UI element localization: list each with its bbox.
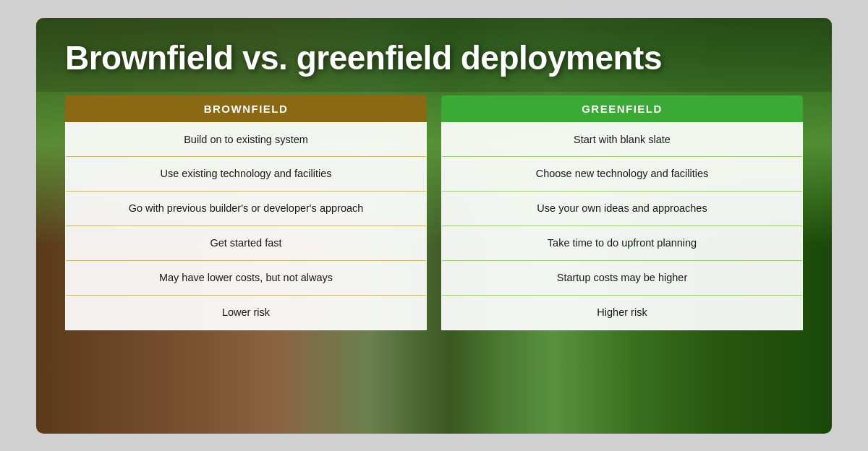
greenfield-row-4: Take time to do upfront planning [442, 226, 802, 261]
greenfield-column: GREENFIELD Start with blank slate Choose… [441, 95, 803, 330]
brownfield-row-4: Get started fast [66, 226, 426, 261]
greenfield-row-2: Choose new technology and facilities [442, 157, 802, 192]
brownfield-row-1: Build on to existing system [66, 123, 426, 158]
greenfield-row-1: Start with blank slate [442, 123, 802, 158]
greenfield-header: GREENFIELD [441, 95, 803, 122]
brownfield-row-3: Go with previous builder's or developer'… [66, 192, 426, 226]
brownfield-column: BROWNFIELD Build on to existing system U… [65, 95, 427, 330]
brownfield-header: BROWNFIELD [65, 95, 427, 122]
greenfield-table: Start with blank slate Choose new techno… [441, 122, 803, 330]
main-card: Brownfield vs. greenfield deployments BR… [36, 18, 832, 434]
brownfield-row-5: May have lower costs, but not always [66, 261, 426, 296]
brownfield-row-2: Use existing technology and facilities [66, 157, 426, 192]
outer-container: Brownfield vs. greenfield deployments BR… [0, 0, 868, 451]
greenfield-row-3: Use your own ideas and approaches [442, 192, 802, 226]
brownfield-row-6: Lower risk [66, 296, 426, 330]
greenfield-row-6: Higher risk [442, 296, 802, 330]
greenfield-row-5: Startup costs may be higher [442, 261, 802, 296]
main-content: Brownfield vs. greenfield deployments BR… [36, 18, 832, 411]
main-title: Brownfield vs. greenfield deployments [65, 38, 803, 77]
title-section: Brownfield vs. greenfield deployments [36, 18, 832, 92]
brownfield-table: Build on to existing system Use existing… [65, 122, 427, 330]
comparison-section: BROWNFIELD Build on to existing system U… [36, 95, 832, 411]
